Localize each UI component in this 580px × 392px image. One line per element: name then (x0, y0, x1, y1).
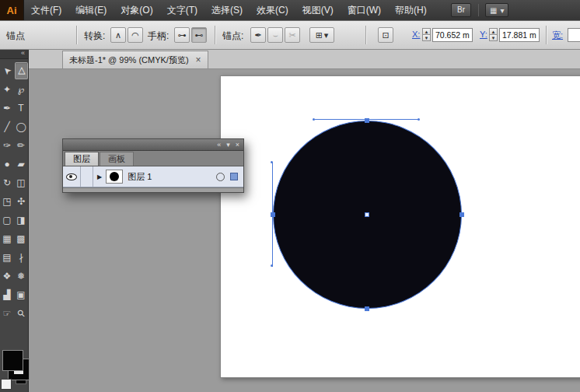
paintbrush-tool[interactable]: ✑ (1, 137, 14, 154)
layer-thumbnail (106, 170, 123, 184)
symbol-sprayer-tool[interactable]: ❅ (15, 268, 28, 285)
anchor-point-bottom[interactable] (365, 306, 369, 311)
layers-panel-titlebar[interactable]: « ▾ × (63, 139, 243, 151)
eraser-tool[interactable]: ▰ (15, 156, 28, 173)
layers-panel-footer (63, 187, 243, 192)
convert-corner-button[interactable]: ∧ (110, 27, 126, 43)
type-tool[interactable]: T (15, 100, 28, 117)
object-center-point[interactable] (365, 212, 369, 217)
eyedropper-tool[interactable]: ∤ (15, 249, 28, 266)
hand-tool[interactable]: ☞ (1, 305, 14, 322)
workspace-icon: ▦ (490, 6, 497, 15)
blob-brush-tool[interactable]: ● (1, 156, 14, 173)
hide-handles-button[interactable]: ⊶ (174, 27, 190, 43)
y-coordinate-input[interactable] (499, 28, 540, 42)
show-handles-button[interactable]: ⊷ (191, 27, 207, 43)
magic-wand-tool[interactable]: ✦ (1, 81, 14, 98)
workspace-switcher[interactable]: ▦ ▾ (485, 3, 508, 17)
remove-anchor-button[interactable]: ✒ (250, 27, 266, 43)
y-coordinate-label[interactable]: Y: (480, 30, 487, 39)
perspective-grid-tool-icon: ▦ (2, 234, 11, 243)
menu-item-select[interactable]: 选择(S) (204, 0, 250, 20)
x-stepper[interactable]: ▲ ▼ (422, 28, 431, 41)
panel-menu-icon[interactable]: ▾ (226, 141, 230, 149)
stepper-down-icon[interactable]: ▼ (489, 34, 498, 41)
grid-menu-icon: ⊞ (316, 30, 323, 40)
anchor-point-top[interactable] (365, 118, 369, 123)
scale-tool[interactable]: ◳ (1, 193, 14, 210)
perspective-grid-tool[interactable]: ▦ (1, 230, 14, 247)
collapse-panel-icon[interactable]: « (217, 141, 221, 149)
direct-selection-tool[interactable]: ▷ (15, 62, 28, 79)
selection-color-square[interactable] (230, 173, 238, 180)
cut-path-button[interactable]: ✂ (285, 27, 300, 43)
menu-item-view[interactable]: 视图(V) (295, 0, 341, 20)
y-stepper[interactable]: ▲ ▼ (489, 28, 498, 41)
reflect-tool[interactable]: ◫ (15, 174, 28, 191)
document-tab-title: 未标题-1* @ 99% (CMYK/预览) (69, 54, 189, 66)
menu-item-help[interactable]: 帮助(H) (388, 0, 434, 20)
menu-item-type[interactable]: 文字(T) (160, 0, 204, 20)
tab-artboards[interactable]: 画板 (100, 152, 134, 166)
connect-endpoints-button[interactable]: ⌣ (267, 27, 283, 43)
target-circle-icon[interactable] (216, 173, 225, 181)
artboard-tool[interactable]: ▣ (15, 286, 28, 303)
column-graph-tool[interactable]: ▟ (1, 286, 14, 303)
menu-item-edit[interactable]: 编辑(E) (68, 0, 114, 20)
layer-row[interactable]: ▶ 图层 1 (63, 166, 243, 187)
x-coordinate-label[interactable]: X: (412, 30, 420, 39)
control-bar: 锚点 转换: ∧ ◠ 手柄: ⊶ ⊷ 锚点: ✒ ⌣ ✂ ⊞ ▾ (0, 20, 580, 50)
menu-item-window[interactable]: 窗口(W) (341, 0, 388, 20)
handle-endpoint[interactable] (271, 161, 273, 163)
direct-selection-tool-icon: ▷ (16, 67, 26, 74)
handle-endpoint[interactable] (271, 264, 273, 267)
anchor-point-left[interactable] (271, 212, 275, 217)
document-tab[interactable]: 未标题-1* @ 99% (CMYK/预览) × (62, 51, 208, 68)
anchor-point-right[interactable] (459, 212, 464, 217)
fill-color-swatch[interactable] (2, 350, 23, 371)
selection-tool[interactable]: ➤ (1, 62, 14, 79)
blend-tool-icon: ❖ (3, 271, 12, 281)
x-coordinate-input[interactable] (432, 28, 473, 42)
expand-triangle-icon[interactable]: ▶ (97, 173, 102, 180)
ellipse-tool[interactable]: ◯ (15, 118, 28, 135)
lasso-tool[interactable]: ℘ (15, 81, 28, 98)
width-tool[interactable]: ✣ (15, 193, 28, 210)
close-icon[interactable]: × (236, 141, 239, 149)
tab-layers[interactable]: 图层 (65, 152, 99, 166)
menu-bar: Ai 文件(F)编辑(E)对象(O)文字(T)选择(S)效果(C)视图(V)窗口… (0, 0, 580, 20)
width-label[interactable]: 宽: (552, 30, 563, 41)
pen-tool-icon: ✒ (3, 103, 11, 113)
convert-smooth-button[interactable]: ◠ (128, 27, 143, 43)
rotate-tool[interactable]: ↻ (1, 174, 14, 191)
shape-builder-tool[interactable]: ◨ (15, 212, 28, 229)
menu-item-effect[interactable]: 效果(C) (250, 0, 295, 20)
width-tool-icon: ✣ (17, 197, 25, 206)
pen-tool[interactable]: ✒ (1, 100, 14, 117)
default-stroke-icon[interactable] (1, 379, 12, 390)
rotate-tool-icon: ↻ (3, 178, 11, 187)
layer-name[interactable]: 图层 1 (128, 171, 216, 183)
canvas-area[interactable] (28, 68, 580, 392)
gradient-tool[interactable]: ▤ (1, 249, 14, 266)
free-transform-tool[interactable]: ▢ (1, 212, 14, 229)
blend-tool[interactable]: ❖ (1, 268, 14, 285)
handle-endpoint[interactable] (313, 118, 315, 121)
handle-endpoint[interactable] (418, 118, 420, 121)
bridge-button[interactable]: Br (451, 3, 471, 17)
menu-item-file[interactable]: 文件(F) (24, 0, 68, 20)
width-input[interactable] (568, 28, 580, 42)
tools-panel-header[interactable]: « (0, 48, 28, 59)
line-segment-tool[interactable]: ╱ (1, 118, 14, 135)
zoom-tool[interactable]: ⚲ (15, 305, 28, 322)
pencil-tool[interactable]: ✏ (15, 137, 28, 154)
anchor-align-menu-button[interactable]: ⊞ ▾ (309, 27, 334, 43)
mesh-tool[interactable]: ▩ (15, 230, 28, 247)
lock-cell[interactable] (81, 166, 93, 187)
close-icon[interactable]: × (196, 55, 201, 65)
collapse-icon[interactable]: « (21, 49, 25, 57)
menu-item-object[interactable]: 对象(O) (114, 0, 159, 20)
stepper-down-icon[interactable]: ▼ (422, 34, 431, 41)
isolate-object-button[interactable]: ⊡ (378, 27, 393, 43)
visibility-cell[interactable] (63, 166, 81, 187)
